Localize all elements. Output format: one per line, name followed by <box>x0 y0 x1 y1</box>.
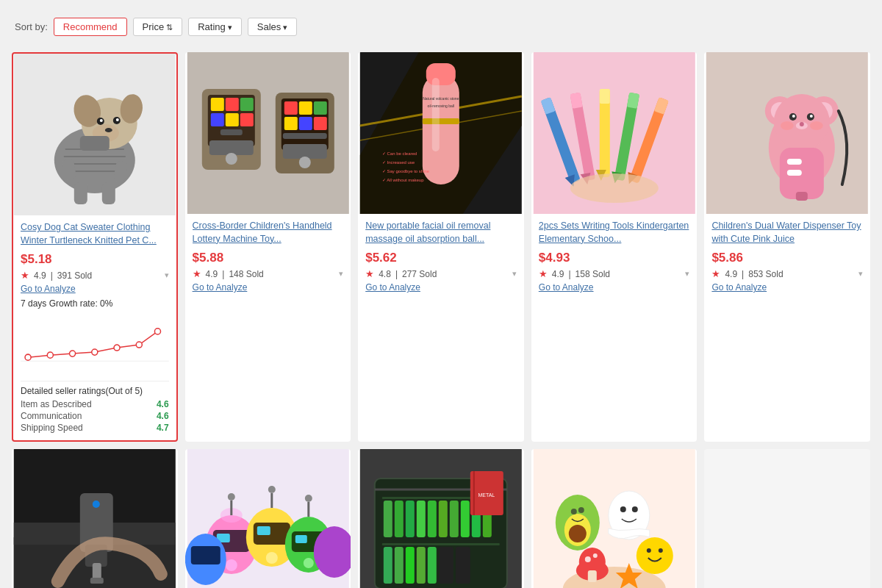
svg-point-95 <box>781 121 794 130</box>
svg-rect-149 <box>395 547 404 584</box>
product-title-2: Cross-Border Children's Handheld Lottery… <box>193 220 344 246</box>
dropdown-arrow-2[interactable]: ▾ <box>339 269 343 279</box>
svg-rect-35 <box>225 113 238 126</box>
svg-rect-56 <box>426 63 456 85</box>
product-meta-4: ★ 4.9 | 158 Sold ▾ <box>539 268 690 279</box>
svg-rect-55 <box>423 74 459 184</box>
svg-rect-117 <box>257 526 270 535</box>
rating-value-described: 4.6 <box>157 399 169 409</box>
rating-row-communication: Communication 4.6 <box>21 411 169 421</box>
svg-text:METAL: METAL <box>478 492 495 498</box>
dropdown-arrow-1[interactable]: ▾ <box>165 270 169 280</box>
svg-rect-74 <box>600 89 610 104</box>
svg-rect-36 <box>240 113 253 126</box>
svg-rect-175 <box>588 570 597 582</box>
svg-point-22 <box>47 352 53 358</box>
svg-text:oil-removing ball: oil-removing ball <box>428 104 454 108</box>
svg-rect-98 <box>787 159 802 165</box>
product-card-1[interactable]: Cosy Dog Cat Sweater Clothing Winter Tur… <box>12 52 178 442</box>
sort-sales[interactable]: Sales <box>248 18 298 36</box>
svg-rect-57 <box>423 118 459 124</box>
dropdown-arrow-3[interactable]: ▾ <box>512 269 517 279</box>
svg-point-166 <box>620 506 626 512</box>
svg-point-127 <box>227 493 234 501</box>
svg-rect-16 <box>102 182 115 204</box>
product-meta-1: ★ 4.9 | 391 Sold ▾ <box>21 270 169 281</box>
svg-rect-147 <box>382 543 500 545</box>
product-image-3: Natural volcanic stone oil-removing ball… <box>358 52 524 214</box>
svg-point-174 <box>593 553 598 558</box>
product-sold-5: 853 Sold <box>748 269 783 279</box>
svg-rect-45 <box>284 117 297 130</box>
svg-rect-142 <box>439 501 448 537</box>
svg-rect-15 <box>74 182 87 204</box>
svg-point-23 <box>70 351 76 356</box>
sort-rating[interactable]: Rating <box>188 18 242 36</box>
product-rating-4: 4.9 <box>552 269 564 279</box>
product-grid-row1: Cosy Dog Cat Sweater Clothing Winter Tur… <box>12 52 870 442</box>
product-image-6 <box>12 449 178 588</box>
svg-point-131 <box>304 495 312 502</box>
product-title-3: New portable facial oil removal massage … <box>365 220 517 246</box>
svg-rect-32 <box>225 98 238 111</box>
rating-value-shipping: 4.7 <box>157 423 169 433</box>
product-image-4 <box>531 52 698 214</box>
sort-price[interactable]: Price <box>133 18 183 36</box>
svg-rect-139 <box>406 501 415 537</box>
svg-rect-37 <box>220 129 242 135</box>
growth-rate-1: 7 days Growth rate: 0% <box>21 298 169 309</box>
svg-point-122 <box>303 558 313 568</box>
svg-rect-154 <box>456 547 470 584</box>
seller-ratings-title: Detailed seller ratings(Out of 5) <box>21 386 169 396</box>
product-price-2: $5.88 <box>193 251 344 265</box>
go-analyze-4[interactable]: Go to Analyze <box>539 282 690 293</box>
rating-row-described: Item as Described 4.6 <box>21 399 169 409</box>
product-card-6[interactable]: Car USB Handle Charger... $4.28 ★ 4.9 | … <box>12 449 178 588</box>
go-analyze-2[interactable]: Go to Analyze <box>193 282 344 293</box>
dropdown-arrow-4[interactable]: ▾ <box>685 269 689 279</box>
product-rating-5: 4.9 <box>725 269 737 279</box>
svg-point-118 <box>265 552 277 564</box>
product-card-7[interactable]: Tamagotchi Electronic Virtual Pet... $6.… <box>185 449 351 588</box>
dropdown-arrow-5[interactable]: ▾ <box>858 269 863 279</box>
product-card-2[interactable]: Cross-Border Children's Handheld Lottery… <box>185 52 351 442</box>
star-icon-1: ★ <box>21 270 29 281</box>
product-card-9[interactable]: Cute Cartoon Character Sticker Pack Deco… <box>531 449 698 588</box>
svg-rect-150 <box>406 547 415 584</box>
sort-recommend[interactable]: Recommend <box>54 18 127 36</box>
svg-rect-46 <box>298 117 312 130</box>
svg-rect-152 <box>428 547 437 584</box>
product-sold-4: 158 Sold <box>576 269 610 279</box>
product-card-3[interactable]: Natural volcanic stone oil-removing ball… <box>358 52 524 442</box>
svg-text:✓ Can be cleared: ✓ Can be cleared <box>382 151 417 156</box>
svg-point-94 <box>800 122 804 126</box>
product-price-4: $4.93 <box>539 251 690 265</box>
go-analyze-1[interactable]: Go to Analyze <box>21 284 169 294</box>
go-analyze-3[interactable]: Go to Analyze <box>365 282 517 293</box>
svg-rect-47 <box>313 117 326 130</box>
rating-label-communication: Communication <box>21 411 82 421</box>
product-card-5[interactable]: Children's Dual Water Dispenser Toy with… <box>704 52 870 442</box>
svg-point-169 <box>647 548 651 553</box>
product-card-4[interactable]: 2pcs Sets Writing Tools Kindergarten Ele… <box>531 52 698 442</box>
product-meta-2: ★ 4.9 | 148 Sold ▾ <box>193 268 344 279</box>
svg-rect-48 <box>282 133 326 139</box>
sparkline-chart-1 <box>21 313 169 372</box>
rating-label-described: Item as Described <box>21 399 92 409</box>
svg-text:✓ Say goodbye to shine: ✓ Say goodbye to shine <box>382 169 430 173</box>
star-icon-5: ★ <box>711 268 720 279</box>
separator-2: | <box>222 269 224 279</box>
product-rating-3: 4.8 <box>379 269 391 279</box>
svg-point-173 <box>585 556 591 562</box>
product-image-9 <box>531 449 698 588</box>
svg-point-129 <box>268 486 275 493</box>
product-price-3: $5.62 <box>365 251 517 265</box>
product-image-1 <box>13 54 176 215</box>
svg-rect-124 <box>190 546 220 564</box>
product-meta-5: ★ 4.9 | 853 Sold ▾ <box>711 268 863 279</box>
product-sold-2: 148 Sold <box>229 269 263 279</box>
svg-point-168 <box>637 537 673 574</box>
go-analyze-5[interactable]: Go to Analyze <box>711 282 863 293</box>
product-card-8[interactable]: METAL Digital Storage Bag USB Data Cable… <box>358 449 524 588</box>
product-sold-3: 277 Sold <box>402 269 437 279</box>
